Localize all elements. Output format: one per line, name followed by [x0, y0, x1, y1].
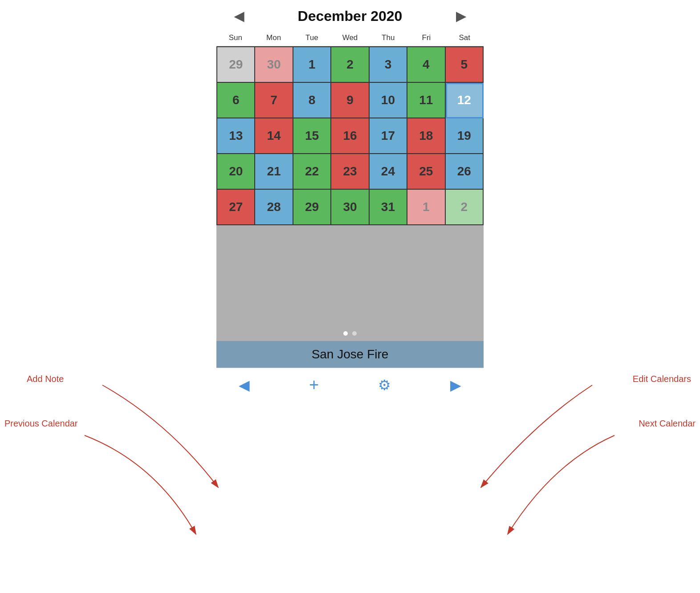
dow-sun: Sun — [216, 30, 255, 46]
calendar-body: San Jose Fire — [216, 225, 484, 368]
dow-sat: Sat — [445, 30, 484, 46]
calendar-day[interactable]: 22 — [293, 154, 331, 190]
calendar-day[interactable]: 4 — [407, 47, 445, 83]
toolbar: ◀ + ⚙ ▶ — [216, 368, 484, 402]
page-dots — [343, 331, 357, 336]
calendar-header: ◀ December 2020 ▶ — [216, 0, 484, 30]
calendar-section: ◀ December 2020 ▶ Sun Mon Tue Wed Thu Fr… — [216, 0, 484, 593]
days-of-week-row: Sun Mon Tue Wed Thu Fri Sat — [216, 30, 484, 46]
dot-1 — [343, 331, 348, 336]
calendar-day[interactable]: 28 — [255, 190, 293, 225]
calendar-day[interactable]: 1 — [293, 47, 331, 83]
add-note-label: Add Note — [27, 374, 64, 384]
calendar-day[interactable]: 8 — [293, 83, 331, 118]
prev-calendar-button[interactable]: ◀ — [234, 377, 254, 394]
calendar: ◀ December 2020 ▶ Sun Mon Tue Wed Thu Fr… — [216, 0, 484, 402]
outer-wrapper: Add Note Edit Calendars Previous Calenda… — [0, 0, 700, 593]
calendar-day[interactable]: 18 — [407, 118, 445, 154]
calendar-day[interactable]: 6 — [217, 83, 255, 118]
calendar-day[interactable]: 26 — [446, 154, 484, 190]
calendar-day[interactable]: 27 — [217, 190, 255, 225]
next-month-button[interactable]: ▶ — [447, 9, 475, 24]
calendar-day[interactable]: 2 — [446, 190, 484, 225]
calendar-day[interactable]: 21 — [255, 154, 293, 190]
dot-2 — [352, 331, 357, 336]
calendar-day[interactable]: 19 — [446, 118, 484, 154]
calendar-day[interactable]: 29 — [217, 47, 255, 83]
calendar-day[interactable]: 25 — [407, 154, 445, 190]
calendar-day[interactable]: 17 — [370, 118, 407, 154]
calendar-day[interactable]: 11 — [407, 83, 445, 118]
calendar-day[interactable]: 20 — [217, 154, 255, 190]
calendar-day[interactable]: 30 — [255, 47, 293, 83]
dow-mon: Mon — [255, 30, 293, 46]
calendar-title: December 2020 — [253, 8, 447, 24]
calendar-day[interactable]: 2 — [331, 47, 369, 83]
previous-calendar-label: Previous Calendar — [4, 418, 78, 429]
dow-wed: Wed — [331, 30, 369, 46]
calendar-day[interactable]: 14 — [255, 118, 293, 154]
calendar-day[interactable]: 13 — [217, 118, 255, 154]
calendar-day[interactable]: 30 — [331, 190, 369, 225]
calendar-day[interactable]: 24 — [370, 154, 407, 190]
calendar-day[interactable]: 1 — [407, 190, 445, 225]
next-calendar-label: Next Calendar — [639, 418, 696, 429]
calendar-day[interactable]: 10 — [370, 83, 407, 118]
dow-thu: Thu — [369, 30, 407, 46]
calendar-day[interactable]: 16 — [331, 118, 369, 154]
prev-month-button[interactable]: ◀ — [225, 9, 253, 24]
calendar-day[interactable]: 7 — [255, 83, 293, 118]
calendar-day[interactable]: 3 — [370, 47, 407, 83]
add-note-button[interactable]: + — [305, 375, 323, 394]
settings-button[interactable]: ⚙ — [374, 377, 395, 394]
calendar-grid: 2930123456789101112131415161718192021222… — [216, 46, 484, 225]
calendar-day[interactable]: 5 — [446, 47, 484, 83]
calendar-day[interactable]: 9 — [331, 83, 369, 118]
next-calendar-button[interactable]: ▶ — [446, 377, 466, 394]
dow-tue: Tue — [293, 30, 331, 46]
calendar-day[interactable]: 15 — [293, 118, 331, 154]
edit-calendars-label: Edit Calendars — [633, 374, 691, 384]
calendar-name-bar: San Jose Fire — [216, 341, 484, 368]
calendar-day[interactable]: 31 — [370, 190, 407, 225]
dow-fri: Fri — [407, 30, 446, 46]
calendar-day[interactable]: 12 — [446, 83, 484, 118]
calendar-day[interactable]: 29 — [293, 190, 331, 225]
calendar-day[interactable]: 23 — [331, 154, 369, 190]
